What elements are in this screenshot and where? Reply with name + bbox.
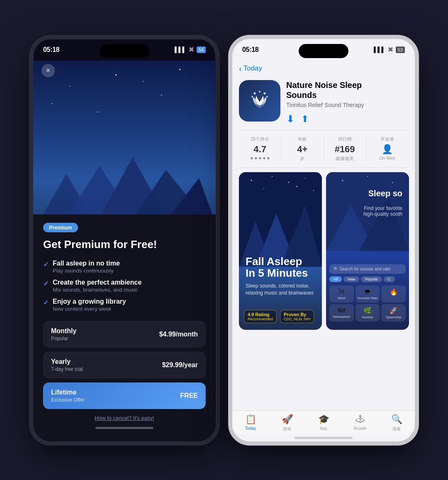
tab-today[interactable]: 📋 Today <box>232 414 269 432</box>
wifi-icon-right: ⌘ <box>388 46 393 53</box>
feature-heading-1: Fall asleep in no time <box>53 260 120 267</box>
close-button[interactable]: × <box>41 64 55 77</box>
sound-swamp: 🌿 Swamp <box>355 304 380 322</box>
svg-point-5 <box>254 92 256 94</box>
search-bar-mini: 🔍 Search for sounds and cate <box>329 264 406 274</box>
rating-label-3: 开发者 <box>380 136 394 142</box>
rating-sub-1: 岁 <box>300 156 304 162</box>
status-icons-left: ▌▌▌ ⌘ 54 <box>175 46 206 53</box>
mini-ui: 🔍 Search for sounds and cate All New Pop… <box>329 264 406 322</box>
rating-age: 年龄 4+ 岁 <box>281 136 324 162</box>
ratings-row: 25个评分 4.7 ★★★★★ 年龄 4+ 岁 排行榜 #169 健康健美 开发… <box>232 130 415 168</box>
status-icons-right: ▌▌▌ ⌘ 53 <box>374 46 405 53</box>
plan-yearly-sub: 7-day free trial <box>51 366 83 372</box>
tab-bar: 📋 Today 🚀 游戏 🎓 App 🕹 Arcade 🔍 搜索 <box>232 410 415 434</box>
plan-lifetime-name: Lifetime <box>51 389 84 396</box>
svg-point-9 <box>266 96 268 97</box>
tab-search[interactable]: 🔍 搜索 <box>378 414 415 432</box>
feature-list: ✓ Fall asleep in no time Play sounds con… <box>43 260 206 312</box>
tab-search-icon: 🔍 <box>391 414 402 425</box>
rating-label-0: 25个评分 <box>251 136 269 142</box>
feature-heading-2: Create the perfect ambience <box>53 279 141 286</box>
svg-point-16 <box>297 186 298 187</box>
feature-heading-3: Enjoy a growing library <box>53 298 126 305</box>
feature-sub-1: Play sounds continuously <box>53 268 120 274</box>
back-button[interactable]: ‹ Today <box>239 64 262 73</box>
rating-value-1: 4+ <box>297 144 307 155</box>
tab-games-icon: 🚀 <box>282 414 293 425</box>
tab-app-icon: 🎓 <box>318 414 329 425</box>
scr1-subtitle: In 5 Minutes <box>246 267 315 279</box>
tab-games[interactable]: 🚀 游戏 <box>269 414 305 432</box>
badge-rating: 4.9 Rating Recommended <box>244 310 277 323</box>
dish-label: Dishwasher <box>333 315 350 319</box>
badge-rating-sub: Recommended <box>248 317 273 321</box>
tab-app[interactable]: 🎓 App <box>305 414 342 432</box>
star <box>161 95 162 95</box>
star <box>143 81 144 82</box>
tab-today-icon: 📋 <box>245 414 256 425</box>
rating-label-1: 年龄 <box>298 136 307 142</box>
share-button[interactable]: ⬆ <box>301 114 309 124</box>
premium-content: Premium Get Premium for Free! ✓ Fall asl… <box>33 214 216 441</box>
back-chevron-icon: ‹ <box>239 64 242 73</box>
download-button[interactable]: ⬇ <box>286 113 295 125</box>
rating-sub-3: Ori Meir <box>379 156 395 161</box>
plan-yearly-price: $29.99/year <box>162 361 198 369</box>
plan-lifetime-sub: Exclusive Offer <box>51 397 84 403</box>
app-actions: ⬇ ⬆ <box>286 113 408 125</box>
rating-label-2: 排行榜 <box>338 136 352 142</box>
premium-title: Get Premium for Free! <box>43 238 206 251</box>
sound-fire: 🔥 <box>381 285 406 302</box>
tab-app-label: App <box>320 426 327 431</box>
rating-value-2: #169 <box>335 144 355 155</box>
wind-icon: 🌬 <box>338 288 345 295</box>
star <box>51 103 52 104</box>
rating-value-0: 4.7 <box>253 144 266 155</box>
svg-point-23 <box>367 176 368 177</box>
svg-point-6 <box>259 91 261 93</box>
scr1-desc: Sleep sounds, colored noise,relaxing mus… <box>246 283 315 297</box>
pill-more: C <box>384 276 395 282</box>
rain-icon: 🌧 <box>364 288 371 295</box>
screenshot-2[interactable]: Sleep so Find your favoritehigh-quality … <box>326 172 409 330</box>
cancel-link[interactable]: How to cancel? It's easy! <box>43 415 206 421</box>
tab-arcade[interactable]: 🕹 Arcade <box>342 414 378 432</box>
plan-lifetime[interactable]: Lifetime Exclusive Offer FREE <box>43 383 206 409</box>
battery-left: 54 <box>197 46 206 53</box>
screenshot-1[interactable]: Fall Asleep In 5 Minutes Sleep sounds, c… <box>239 172 322 330</box>
battery-right: 53 <box>396 46 405 53</box>
svg-point-17 <box>313 190 314 191</box>
star <box>115 74 117 76</box>
sound-rain: 🌧 Summer Rain <box>355 285 380 302</box>
rating-stars: ★★★★★ <box>250 156 270 161</box>
star <box>179 69 180 70</box>
sound-wind: 🌬 Wind <box>329 285 354 302</box>
feature-sub-3: New content every week <box>53 306 126 312</box>
time-left: 05:18 <box>43 46 59 54</box>
left-phone: 05:18 ▌▌▌ ⌘ 54 × <box>29 35 220 446</box>
plan-yearly[interactable]: Yearly 7-day free trial $29.99/year <box>43 352 206 378</box>
wind-label: Wind <box>338 296 345 300</box>
feature-item-1: ✓ Fall asleep in no time Play sounds con… <box>43 260 206 274</box>
svg-point-13 <box>288 182 290 183</box>
tab-arcade-label: Arcade <box>353 426 367 431</box>
feature-text-3: Enjoy a growing library New content ever… <box>53 298 126 312</box>
right-phone: 05:18 ▌▌▌ ⌘ 53 ‹ Today <box>228 35 419 446</box>
plan-yearly-name: Yearly <box>51 358 83 365</box>
app-subtitle: Tinnitus Relief Sound Therapy <box>286 102 408 108</box>
pill-new: New <box>343 276 359 282</box>
feature-sub-2: Mix sounds, brainwaves, and music <box>53 287 141 293</box>
feature-item-2: ✓ Create the perfect ambience Mix sounds… <box>43 279 206 293</box>
svg-point-22 <box>342 180 343 181</box>
time-right: 05:18 <box>242 46 258 54</box>
rain-label: Summer Rain <box>358 296 378 300</box>
tab-today-label: Today <box>245 426 256 431</box>
scr1-title: Fall Asleep <box>246 256 315 268</box>
plan-monthly[interactable]: Monthly Popular $4.99/month <box>43 321 206 348</box>
back-label: Today <box>243 64 262 73</box>
screenshots-area: Fall Asleep In 5 Minutes Sleep sounds, c… <box>232 168 415 410</box>
badge-proven-sub: CDC, NLM, NIH <box>284 317 310 321</box>
right-content: ‹ Today <box>232 61 415 441</box>
svg-point-12 <box>272 175 273 176</box>
